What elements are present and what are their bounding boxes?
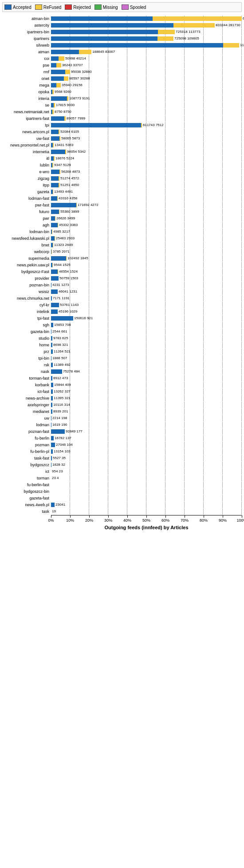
refused-bar [56,63,61,67]
bar-value-label: 150616 921 [74,317,93,320]
bar-value-label: 8939 201 [53,410,68,413]
refused-bar [59,130,59,134]
x-tick-line [165,515,166,518]
table-row: mega35940 29156 [2,82,242,88]
bar-value-label: 2544 661 [52,330,67,333]
accepted-bar [51,16,153,21]
legend-refused-label: ReFused [43,5,62,10]
bar-value-label: 4985 3217 [53,230,70,234]
legend-accepted-box [4,4,12,10]
table-row: sgh15653 708 [2,322,242,328]
row-label: tpi [2,123,51,127]
row-label: poznan-fast [2,429,51,434]
row-label: se [2,103,51,107]
refused-bar [53,243,53,247]
accepted-bar [51,50,79,54]
accepted-bar [51,449,53,454]
table-row: itl18676 5224 [2,155,242,162]
table-row: coi50998 40214 [2,55,242,62]
bars-area: 51251 4650 [51,182,242,188]
row-label: ipartners-bin [2,30,51,34]
bar-value-label: 8912 473 [53,377,68,380]
table-row: fu-berlin-fast [2,482,242,488]
row-label: pozman [2,443,51,447]
table-row: interia108773 9191 [2,95,242,102]
bars-area: 689279 607508 [51,16,244,22]
bars-area: 16782 137 [51,435,242,441]
bars-area: 4985 3217 [51,229,242,235]
row-label: agh [2,223,51,227]
row-label: pse [2,63,51,67]
table-row: axelspringer10116 314 [2,402,242,408]
row-label: bnet [2,243,51,247]
accepted-bar [51,36,157,41]
bar-value-label: 55360 3899 [60,210,79,214]
row-label: interia [2,96,51,101]
x-tick-label: 60% [161,518,169,523]
bars-area: 9347 5129 [51,162,242,168]
bars-area: 1169248 107908 [51,42,244,48]
bar-value-label: 9544 1525 [54,263,71,267]
bars-area: 50759 1503 [51,275,242,281]
refused-bar [141,123,142,127]
bar-value-label: 4231 1273 [52,283,69,287]
bar-value-label: 13431 5363 [55,143,73,147]
bar-value-label: 15653 708 [54,323,71,327]
row-label: studio [2,336,51,341]
bar-value-label: 7171 1191 [53,297,70,300]
refused-bar [59,183,59,187]
bars-area: 17815 9030 [51,102,242,108]
refused-bar [52,263,53,267]
bar-value-label: 1169248 107908 [240,44,244,47]
table-row: supermedia102492 1845 [2,255,242,262]
bars-area: 171692 4272 [51,202,242,208]
bar-value-label: 27046 104 [56,443,73,447]
accepted-bar [51,316,73,321]
bars-area [51,482,242,488]
bar-value-label: 19 [52,510,56,513]
table-row: ipartners-fast89057 7999 [2,115,242,122]
bars-area: 23041 [51,502,242,508]
table-row: gazeta-fast [2,495,242,501]
x-tick-line [127,515,128,518]
x-tick-line [185,515,185,518]
legend-rejected-label: Rejected [73,5,91,10]
bar-value-label: 52084 6105 [60,130,79,134]
x-tick-line [204,515,204,518]
accepted-bar [51,343,52,347]
legend-accepted: Accepted [4,4,31,10]
bars-area: 8750 8750 [51,109,242,115]
bar-value-label: 18676 5224 [55,157,74,160]
table-row: pwr26626 3499 [2,215,242,222]
chart-area: atman-bin689279 607508astercity833244 28… [2,16,242,515]
bars-area: 18676 5224 [51,155,242,162]
bars-area: 46554 1524 [51,269,242,275]
bars-area: 15653 708 [51,322,242,328]
table-row: bydgoszcz-Fast46554 1524 [2,269,242,275]
accepted-bar [51,363,53,367]
x-tick-label: 50% [142,518,150,523]
legend-spooled-box [122,4,129,10]
bars-area: 954 23 [51,468,242,475]
table-row: ict954 23 [2,468,242,475]
bars-area: 52084 6105 [51,129,242,135]
bars-area: 611743 7512 [51,122,242,128]
table-row: bydgoszcz-bin [2,488,242,495]
bars-area: 27046 104 [51,442,242,448]
bar-value-label: 9783 625 [53,337,68,340]
accepted-bar [51,403,52,407]
accepted-bar [51,236,55,241]
accepted-bar [51,256,66,261]
bars-area: 13431 5363 [51,142,242,148]
row-label: opoka [2,90,51,94]
bar-value-label: 833244 281730 [216,24,240,27]
bars-area: 53761 1143 [51,302,242,308]
row-label: medianet [2,409,51,414]
accepted-bar [51,123,141,127]
row-label: torman-fast [2,376,51,380]
accepted-bar [51,96,67,101]
row-label: itpp [2,183,51,187]
bars-area: 75278 484 [51,369,242,375]
row-label: news.artcom.pl [2,130,51,134]
bar-value-label: 51274 4572 [60,177,79,180]
